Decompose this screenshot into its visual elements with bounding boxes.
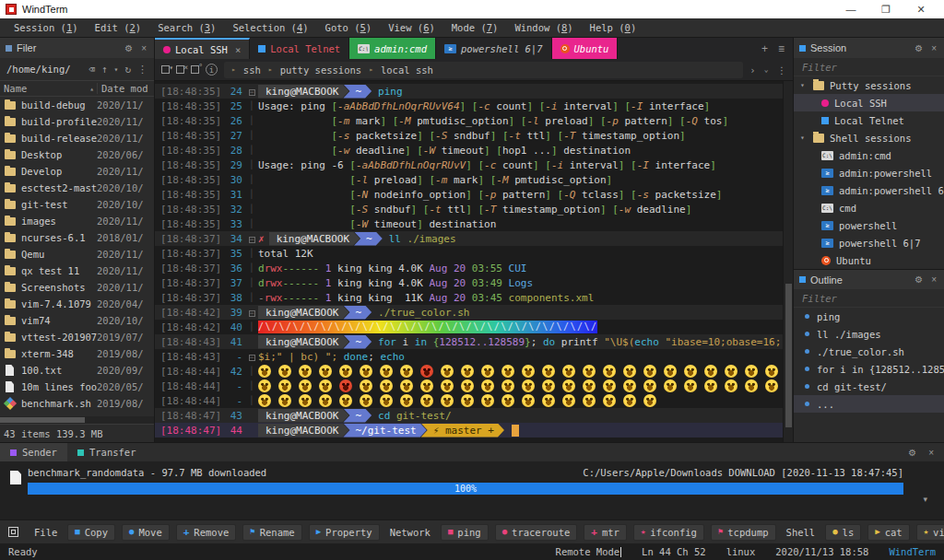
close-icon[interactable]: ×: [139, 43, 148, 53]
tab-powershell-6-7[interactable]: ≥powershell 6|7: [436, 38, 552, 59]
restore-button[interactable]: ❐: [868, 4, 903, 16]
refresh-icon[interactable]: ↻: [124, 64, 131, 76]
outline-item[interactable]: cd git-test/: [794, 378, 944, 395]
chevron-expanded-icon[interactable]: ▾: [800, 81, 808, 89]
table-row[interactable]: 10m_lines_foo.t…2020/05/: [0, 379, 154, 395]
table-row[interactable]: build-release2020/11/: [0, 130, 154, 146]
clear-path-icon[interactable]: ⌫: [88, 64, 95, 76]
column-date[interactable]: Date mod: [97, 83, 154, 94]
minimize-button[interactable]: —: [833, 4, 868, 16]
toolbar-button-property[interactable]: ▶Property: [309, 524, 380, 541]
menu-item-mode[interactable]: Mode (7): [443, 22, 507, 33]
chevron-down-icon[interactable]: ▾: [923, 495, 927, 504]
table-row[interactable]: build-profile2020/11/: [0, 113, 154, 130]
session-item-admin-powershell[interactable]: ≥admin:powershell: [794, 164, 944, 181]
session-item-cmd[interactable]: C:\cmd: [794, 199, 944, 216]
info-icon[interactable]: i: [206, 64, 218, 76]
run-icon[interactable]: ›: [749, 64, 755, 76]
menu-item-help[interactable]: Help (0): [582, 22, 645, 33]
close-tab-icon[interactable]: ×: [235, 44, 241, 55]
toolbar-button-tcpdump[interactable]: ⚑tcpdump: [711, 524, 776, 541]
toolbar-button-cat[interactable]: ▶cat: [867, 524, 909, 541]
close-icon[interactable]: ×: [929, 43, 938, 53]
menu-item-window[interactable]: Window (8): [506, 22, 581, 33]
table-row[interactable]: git-test2020/10/: [0, 196, 154, 213]
toolbar-button-ifconfig[interactable]: ★ifconfig: [633, 524, 704, 541]
toolbar-button-ping[interactable]: ■ping: [441, 524, 489, 541]
session-group-putty-sessions[interactable]: ▾Putty sessions: [794, 76, 944, 94]
breadcrumb[interactable]: ▸ssh▸putty sessions▸local ssh: [224, 62, 743, 78]
outline-item[interactable]: ...: [794, 395, 944, 413]
breadcrumb-item[interactable]: local ssh: [381, 64, 433, 76]
breadcrumb-item[interactable]: putty sessions: [280, 64, 362, 76]
fold-marker-icon[interactable]: –: [249, 310, 255, 317]
fold-marker-icon[interactable]: –: [249, 237, 255, 243]
outline-item[interactable]: ping: [794, 308, 944, 325]
menu-item-session[interactable]: Session (1): [6, 22, 87, 33]
fold-marker-icon[interactable]: –: [249, 355, 255, 361]
outline-filter-input[interactable]: Filter: [794, 289, 944, 308]
toolbar-button-remove[interactable]: +Remove: [176, 524, 237, 541]
toolbar-button-mtr[interactable]: +mtr: [584, 524, 627, 541]
toolbar-button-traceroute[interactable]: ●traceroute: [495, 524, 578, 541]
session-filter-input[interactable]: Filter: [794, 58, 944, 76]
tab-local-telnet[interactable]: Local Telnet: [250, 38, 349, 59]
status-mode[interactable]: Remote Mode: [556, 546, 622, 558]
session-item-ubuntu[interactable]: Ubuntu: [794, 251, 944, 269]
menu-item-view[interactable]: View (6): [380, 22, 443, 33]
menu-item-selection[interactable]: Selection (4): [224, 22, 316, 33]
gear-icon[interactable]: ⚙: [913, 274, 925, 285]
table-row[interactable]: vim742020/10/: [0, 312, 154, 329]
scrollbar-thumb[interactable]: [785, 284, 792, 428]
table-row[interactable]: ncurses-6.12018/01/: [0, 229, 154, 246]
menu-item-goto[interactable]: Goto (5): [317, 22, 381, 33]
gear-icon[interactable]: ⚙: [123, 43, 135, 53]
toolbar-button-rename[interactable]: ⚑Rename: [242, 524, 301, 541]
close-icon[interactable]: ×: [926, 448, 936, 458]
gear-icon[interactable]: ⚙: [906, 448, 918, 458]
menu-item-search[interactable]: Search (3): [149, 22, 224, 33]
expand-icon[interactable]: ⌄: [764, 65, 769, 74]
fold-marker-icon[interactable]: –: [249, 89, 255, 96]
filer-horizontal-scrollbar[interactable]: [0, 416, 154, 424]
close-icon[interactable]: ×: [929, 274, 938, 285]
tab-list-icon[interactable]: ≡: [778, 42, 785, 55]
table-row[interactable]: vttest-201907102019/07/: [0, 329, 154, 345]
outline-item[interactable]: ll ./images: [794, 325, 944, 343]
new-tab-icon[interactable]: ▾: [161, 65, 170, 74]
table-row[interactable]: xterm-3482019/08/: [0, 345, 154, 362]
table-row[interactable]: Desktop2020/06/: [0, 146, 154, 163]
session-item-powershell[interactable]: ≥powershell: [794, 216, 944, 234]
session-item-admin-cmd[interactable]: C:\admin:cmd: [794, 146, 944, 164]
clone-tab-icon[interactable]: °: [191, 65, 199, 74]
outline-item[interactable]: for i in {128512..128589}: [794, 360, 944, 378]
terminal-scrollbar[interactable]: [783, 81, 793, 442]
table-row[interactable]: build-debug2020/11/: [0, 97, 154, 113]
table-row[interactable]: 100.txt2020/09/: [0, 362, 154, 379]
toolbar-button-move[interactable]: ●Move: [122, 524, 170, 541]
tab-local-ssh[interactable]: Local SSH×: [155, 38, 250, 59]
session-item-admin-powershell-6-7[interactable]: ≥admin:powershell 6|7: [794, 181, 944, 199]
status-position[interactable]: Ln 44 Ch 52: [642, 546, 706, 557]
toolbar-button-vi[interactable]: ★vi: [916, 524, 944, 541]
menu-item-edit[interactable]: Edit (2): [87, 22, 150, 33]
session-item-local-telnet[interactable]: Local Telnet: [794, 111, 944, 129]
table-row[interactable]: esctest2-master2020/10/: [0, 180, 154, 196]
table-row[interactable]: vim-7.4.10792020/04/: [0, 296, 154, 312]
session-item-local-ssh[interactable]: Local SSH: [794, 94, 944, 111]
close-button[interactable]: ✕: [903, 4, 938, 16]
up-directory-icon[interactable]: ↑: [101, 64, 108, 76]
files-stack-icon[interactable]: [8, 527, 18, 537]
breadcrumb-item[interactable]: ssh: [243, 64, 261, 76]
session-group-shell-sessions[interactable]: ▾Shell sessions: [794, 129, 944, 146]
gear-icon[interactable]: ⚙: [913, 43, 925, 53]
table-row[interactable]: Screenshots2020/11/: [0, 279, 154, 296]
table-row[interactable]: images2020/11/: [0, 213, 154, 229]
transfer-tab-sender[interactable]: Sender: [0, 443, 67, 461]
table-row[interactable]: benchmark.sh2019/08/: [0, 395, 154, 412]
scrollbar-thumb[interactable]: [0, 417, 85, 423]
more-vertical-icon[interactable]: ⋮: [777, 64, 787, 76]
terminal[interactable]: [18:48:35]24–king@MACBOOK~ping[18:48:35]…: [155, 81, 793, 442]
chevron-expanded-icon[interactable]: ▾: [800, 134, 808, 142]
tab-admin-cmd[interactable]: C:\admin:cmd: [349, 38, 436, 59]
